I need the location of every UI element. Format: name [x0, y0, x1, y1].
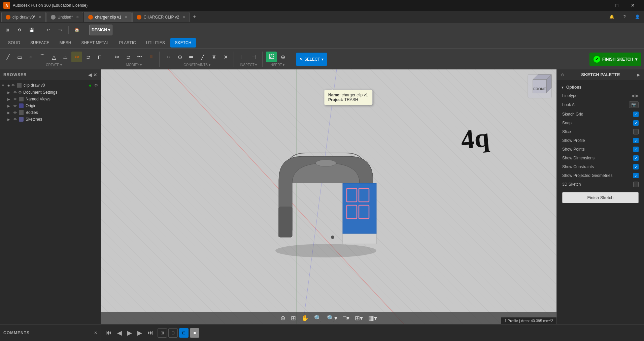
rectangle-tool[interactable]: ▭ [14, 52, 25, 62]
constraint-line[interactable]: ═ [186, 52, 197, 62]
viewport[interactable]: Name: charger clip v1 Project: TRASH [101, 69, 556, 324]
finish-sketch-button[interactable]: ✓ FINISH SKETCH ▾ [589, 53, 641, 66]
tab-clip-draw-v0[interactable]: clip draw v0* ✕ [1, 12, 46, 22]
timeline-play-btn[interactable]: ▶ [126, 329, 133, 337]
trim-tool[interactable]: ✂ [71, 52, 82, 62]
insert-image[interactable]: 🖼 [266, 52, 277, 62]
show-dimensions-checkbox[interactable]: ✓ [633, 155, 639, 161]
tree-item-bodies[interactable]: ▶ 👁 Bodies [0, 109, 101, 116]
help-btn[interactable]: ? [619, 11, 630, 22]
arc-tool[interactable]: ⌒ [37, 52, 48, 62]
linetype-prev-btn[interactable]: ◀ [631, 93, 634, 98]
tab-solid[interactable]: SOLID [3, 38, 25, 48]
maximize-button[interactable]: □ [609, 0, 624, 11]
close-button[interactable]: ✕ [625, 0, 641, 11]
timeline-icon3[interactable]: ⊟ [179, 328, 189, 338]
mirror-tool[interactable]: ⊓ [94, 52, 105, 62]
circle-tool[interactable]: ○ [26, 52, 36, 62]
line-tool[interactable]: ╱ [3, 52, 13, 62]
inspect-tool1[interactable]: ⊢ [237, 52, 248, 62]
constraint-tool1[interactable]: ╱ [197, 52, 208, 62]
timeline-end-btn[interactable]: ⏭ [146, 329, 155, 337]
tab-utilities[interactable]: UTILITIES [141, 38, 170, 48]
tree-item-origin[interactable]: ▶ 👁 Origin [0, 102, 101, 109]
slice-btn[interactable]: ▦▾ [366, 313, 379, 323]
3d-sketch-checkbox[interactable] [633, 182, 639, 187]
palette-collapse-button[interactable]: ▶ [637, 72, 640, 77]
finish-sketch-panel-button[interactable]: Finish Sketch [562, 192, 639, 203]
show-projected-geometries-label: Show Projected Geometries [562, 173, 633, 178]
browser-collapse-button[interactable]: ◀ ✕ [88, 72, 97, 78]
sketch-grid-checkbox[interactable]: ✓ [633, 112, 639, 117]
tab-untitled[interactable]: Untitled* ✕ [46, 12, 83, 22]
tree-item-sketches[interactable]: ▶ 👁 Sketches [0, 116, 101, 123]
timeline-icon2[interactable]: ⊡ [168, 328, 178, 338]
tab-label: charger clip v1 [95, 15, 121, 20]
user-btn[interactable]: 👤 [632, 11, 643, 22]
tab-plastic[interactable]: PLASTIC [114, 38, 141, 48]
home-button[interactable]: 🏠 [71, 25, 82, 35]
dim-tool[interactable]: ↔ [163, 52, 174, 62]
add-tab-button[interactable]: + [190, 12, 199, 21]
redo-button[interactable]: ↪ [55, 25, 66, 35]
orbit-btn[interactable]: ⊕ [278, 313, 287, 323]
tab-close-icon[interactable]: ✕ [125, 15, 127, 19]
timeline-icon4[interactable]: ■ [190, 328, 199, 338]
zoom-fit-btn[interactable]: ⊞ [289, 313, 298, 323]
tab-surface[interactable]: SURFACE [26, 38, 54, 48]
show-profile-checkbox[interactable]: ✓ [633, 138, 639, 143]
tree-item-document-settings[interactable]: ▶ 👁 ⚙ Document Settings [0, 89, 101, 96]
settings-button[interactable]: ⚙ [14, 25, 25, 35]
show-dimensions-row: Show Dimensions ✓ [560, 154, 641, 162]
view-cube[interactable]: FRONT [526, 73, 553, 100]
slice-checkbox[interactable] [633, 129, 639, 134]
tab-sheet-metal[interactable]: SHEET METAL [76, 38, 113, 48]
timeline-start-btn[interactable]: ⏮ [104, 329, 113, 337]
show-projected-geometries-checkbox[interactable]: ✓ [633, 173, 639, 178]
modify-tool4[interactable]: ≡ [146, 52, 157, 62]
linetype-next-btn[interactable]: ▶ [636, 93, 639, 98]
comments-toggle-button[interactable]: ✕ [94, 331, 97, 335]
options-section-header[interactable]: ▼ Options [560, 83, 641, 92]
tab-close-icon[interactable]: ✕ [182, 15, 185, 19]
inspect-tool2[interactable]: ⊣ [249, 52, 260, 62]
tab-sketch[interactable]: SKETCH [170, 38, 196, 48]
timeline-prev-btn[interactable]: ◀ [116, 329, 123, 337]
save-button[interactable]: 💾 [26, 25, 37, 35]
tab-close-icon[interactable]: ✕ [39, 15, 41, 19]
modify-tool3[interactable]: 〜 [134, 52, 145, 62]
fillet-tool[interactable]: ⌓ [60, 52, 71, 62]
show-constraints-checkbox[interactable]: ✓ [633, 164, 639, 169]
grid-btn[interactable]: ⊞▾ [353, 313, 365, 323]
tab-mesh[interactable]: MESH [55, 38, 76, 48]
tree-item-named-views[interactable]: ▶ 👁 Named Views [0, 96, 101, 102]
look-at-button[interactable]: 📷 [629, 101, 639, 108]
select-button[interactable]: ↖ SELECT ▾ [296, 53, 327, 66]
zoom-dropdown[interactable]: 🔍▾ [325, 313, 339, 323]
timeline-icon1[interactable]: ⊞ [158, 328, 167, 338]
settings-icon[interactable]: ⚙ [94, 83, 98, 88]
offset-tool[interactable]: ⊃ [83, 52, 94, 62]
snap-checkbox[interactable]: ✓ [633, 120, 639, 126]
insert-tool2[interactable]: ⊕ [277, 52, 288, 62]
tab-close-icon[interactable]: ✕ [76, 15, 79, 19]
display-btn[interactable]: □▾ [341, 313, 351, 323]
show-points-checkbox[interactable]: ✓ [633, 147, 639, 152]
undo-button[interactable]: ↩ [43, 25, 54, 35]
design-dropdown[interactable]: DESIGN ▾ [89, 25, 112, 35]
minimize-button[interactable]: — [593, 0, 608, 11]
tree-item-root[interactable]: ▼ ◈ 👁 clip draw v0 ● ⚙ [0, 82, 101, 89]
tab-charger-clip-v1[interactable]: charger clip v1 ✕ [84, 12, 132, 22]
modify-tool2[interactable]: ⊃ [123, 52, 134, 62]
pan-btn[interactable]: ✋ [299, 313, 311, 323]
notification-btn[interactable]: 🔔 [606, 11, 617, 22]
tab-charger-clip-v2[interactable]: CHARGER CLIP v2 ✕ [132, 12, 190, 22]
modify-tool1[interactable]: ✂ [111, 52, 122, 62]
zoom-btn[interactable]: 🔍 [312, 313, 324, 323]
grid-menu-button[interactable]: ⊞ [2, 25, 13, 35]
constraint-tool3[interactable]: ✕ [220, 52, 231, 62]
constraint-circle[interactable]: ⊙ [174, 52, 185, 62]
polygon-tool[interactable]: △ [48, 52, 59, 62]
timeline-next-btn[interactable]: ▶ [136, 329, 143, 337]
constraint-tool2[interactable]: ⊼ [209, 52, 219, 62]
